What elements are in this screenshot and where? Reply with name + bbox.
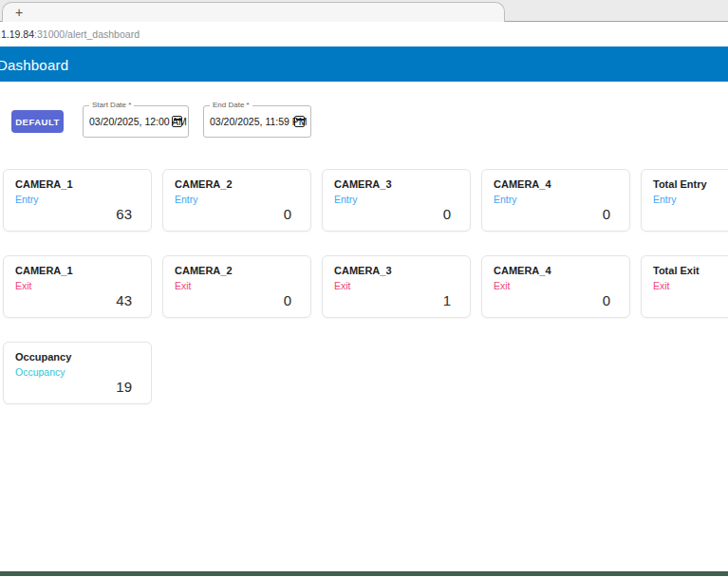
card-value: 63 bbox=[116, 206, 132, 222]
card-title: Total Entry bbox=[653, 178, 728, 190]
card-metric-label: Exit bbox=[15, 280, 140, 291]
card-value: 0 bbox=[603, 292, 610, 308]
card-metric-label: Occupancy bbox=[15, 366, 140, 378]
start-date-field[interactable]: Start Date * 03/20/2025, 12:00 AM bbox=[83, 105, 189, 138]
bottom-bar bbox=[0, 571, 728, 576]
url-text[interactable]: 1.19.84:31000/alert_dashboard bbox=[1, 28, 140, 40]
card-title: CAMERA_3 bbox=[334, 178, 458, 190]
cards-grid: CAMERA_1Entry63CAMERA_2Entry0CAMERA_3Ent… bbox=[3, 169, 728, 404]
stat-card: CAMERA_3Entry0 bbox=[322, 169, 471, 232]
new-tab-plus-icon[interactable]: + bbox=[10, 4, 28, 21]
card-title: Occupancy bbox=[15, 351, 140, 363]
card-value: 0 bbox=[443, 206, 451, 222]
stat-card: CAMERA_2Exit0 bbox=[162, 255, 311, 318]
stat-card: CAMERA_4Exit0 bbox=[481, 255, 630, 318]
card-value: 0 bbox=[284, 292, 291, 308]
page-title: Dashboard bbox=[0, 56, 68, 72]
url-host: 1.19.84 bbox=[1, 28, 34, 40]
card-value: 1 bbox=[443, 292, 451, 308]
card-title: CAMERA_4 bbox=[494, 265, 618, 276]
stat-card: OccupancyOccupancy19 bbox=[3, 342, 152, 404]
card-title: CAMERA_1 bbox=[15, 265, 140, 276]
browser-tab-strip: + bbox=[0, 0, 728, 22]
card-title: CAMERA_3 bbox=[334, 265, 458, 276]
card-metric-label: Exit bbox=[175, 280, 299, 291]
stat-card: CAMERA_1Exit43 bbox=[3, 255, 152, 318]
card-metric-label: Entry bbox=[175, 194, 299, 205]
stat-card: CAMERA_1Entry63 bbox=[3, 169, 152, 232]
end-date-value[interactable]: 03/20/2025, 11:59 PM bbox=[210, 106, 308, 137]
card-value: 43 bbox=[116, 292, 132, 308]
card-title: Total Exit bbox=[653, 265, 728, 276]
card-value: 0 bbox=[603, 206, 610, 222]
stat-card: CAMERA_4Entry0 bbox=[481, 169, 630, 232]
calendar-icon[interactable] bbox=[294, 116, 305, 127]
stat-card: CAMERA_2Entry0 bbox=[162, 169, 311, 232]
card-title: CAMERA_2 bbox=[175, 178, 299, 190]
stat-card: Total ExitExit bbox=[641, 255, 728, 318]
browser-tab[interactable]: + bbox=[2, 2, 505, 22]
browser-url-bar[interactable]: 1.19.84:31000/alert_dashboard bbox=[0, 23, 728, 47]
card-metric-label: Exit bbox=[334, 280, 458, 291]
card-metric-label: Exit bbox=[494, 280, 618, 291]
end-date-field[interactable]: End Date * 03/20/2025, 11:59 PM bbox=[203, 105, 311, 138]
card-metric-label: Entry bbox=[653, 194, 728, 205]
stat-card: CAMERA_3Exit1 bbox=[322, 255, 471, 318]
card-metric-label: Entry bbox=[494, 194, 618, 205]
card-title: CAMERA_2 bbox=[175, 265, 299, 276]
card-metric-label: Exit bbox=[653, 280, 728, 291]
card-metric-label: Entry bbox=[334, 194, 458, 205]
card-title: CAMERA_4 bbox=[494, 178, 618, 190]
card-title: CAMERA_1 bbox=[15, 178, 140, 190]
app-header: Dashboard bbox=[0, 47, 728, 82]
default-button[interactable]: DEFAULT bbox=[11, 110, 64, 133]
card-value: 0 bbox=[284, 206, 291, 222]
card-metric-label: Entry bbox=[15, 194, 140, 205]
url-path: :31000/alert_dashboard bbox=[34, 28, 140, 40]
calendar-icon[interactable] bbox=[172, 116, 182, 127]
stat-card: Total EntryEntry bbox=[641, 169, 728, 232]
card-value: 19 bbox=[116, 379, 132, 395]
